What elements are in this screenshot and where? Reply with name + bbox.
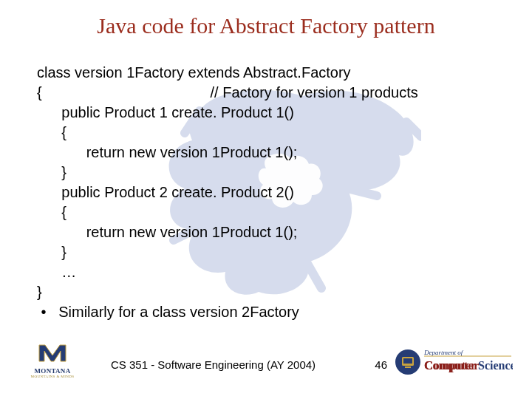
msu-logo: MONTANA MOUNTAINS & MINDS xyxy=(26,341,79,378)
code-block: class version 1Factory extends Abstract.… xyxy=(37,63,495,322)
course-footer-text: CS 351 - Software Engineering (AY 2004) xyxy=(111,358,316,371)
code-line: class version 1Factory extends Abstract.… xyxy=(37,63,495,322)
svg-rect-2 xyxy=(403,358,412,364)
slide-title: Java code for Abstract Factory pattern xyxy=(0,13,532,38)
footer: MONTANA MOUNTAINS & MINDS CS 351 - Softw… xyxy=(0,340,532,384)
msu-m-icon xyxy=(38,341,67,363)
svg-rect-3 xyxy=(405,366,411,368)
svg-text:Department of: Department of xyxy=(423,349,464,356)
svg-text:Science: Science xyxy=(478,359,513,372)
slide: Java code for Abstract Factory pattern c… xyxy=(0,0,532,399)
svg-text:Computer: Computer xyxy=(424,359,476,372)
page-number: 46 xyxy=(375,358,387,371)
msu-tagline: MOUNTAINS & MINDS xyxy=(26,375,79,378)
cs-department-logo: Department of Computer Computer Science xyxy=(395,344,513,380)
msu-name: MONTANA xyxy=(26,367,79,375)
